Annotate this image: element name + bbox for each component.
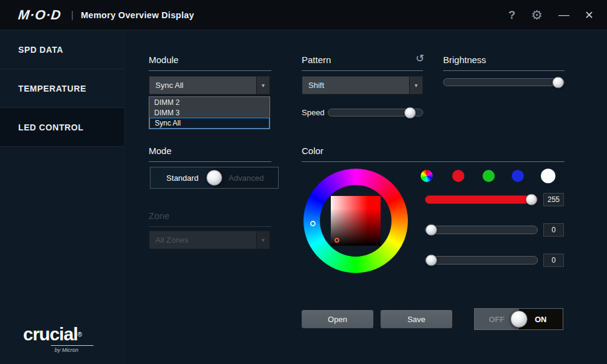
blue-channel-value: 0 xyxy=(543,254,564,267)
module-select[interactable]: Sync All ▾ xyxy=(149,76,270,95)
speed-slider[interactable] xyxy=(328,109,423,116)
minimize-button[interactable]: — xyxy=(558,8,569,21)
green-channel-thumb[interactable] xyxy=(426,224,437,236)
sidebar-item-label: TEMPERATURE xyxy=(18,84,86,93)
red-channel-value: 255 xyxy=(543,193,564,206)
window-controls: ? ⚙ — ✕ xyxy=(508,8,594,22)
pattern-section-label: Pattern ↺ xyxy=(302,55,423,71)
speed-label: Speed xyxy=(302,108,325,117)
dropdown-option-dimm3[interactable]: DIMM 3 xyxy=(149,107,270,118)
sidebar: SPD DATA TEMPERATURE LED CONTROL crucial… xyxy=(0,30,124,364)
brightness-slider[interactable] xyxy=(443,78,565,86)
titlebar-separator: | xyxy=(71,10,73,21)
settings-gear-icon[interactable]: ⚙ xyxy=(531,8,543,22)
blue-channel-thumb[interactable] xyxy=(426,255,437,266)
brightness-slider-thumb[interactable] xyxy=(552,76,564,88)
mode-option-advanced[interactable]: Advanced xyxy=(214,167,278,188)
sidebar-item-temperature[interactable]: TEMPERATURE xyxy=(0,69,124,108)
red-channel-slider[interactable] xyxy=(425,195,538,204)
module-select-value: Sync All xyxy=(149,81,183,90)
mode-option-standard[interactable]: Standard xyxy=(151,167,214,188)
sidebar-item-led-control[interactable]: LED CONTROL xyxy=(0,108,124,147)
sidebar-item-label: SPD DATA xyxy=(18,45,63,55)
preset-red[interactable] xyxy=(452,170,464,182)
app-logo: M·O·D xyxy=(18,7,63,23)
preset-green[interactable] xyxy=(483,170,495,182)
power-toggle-knob[interactable] xyxy=(510,311,527,328)
open-button[interactable]: Open xyxy=(302,310,373,328)
chevron-down-icon[interactable]: ▾ xyxy=(256,76,270,94)
green-channel-value: 0 xyxy=(543,223,564,237)
crucial-logo: crucial® by Micron xyxy=(23,324,93,353)
red-channel-thumb[interactable] xyxy=(526,194,537,206)
preset-blue[interactable] xyxy=(512,170,524,182)
mode-toggle[interactable]: Standard Advanced xyxy=(150,167,279,189)
hue-selector-dot[interactable] xyxy=(310,221,316,226)
zone-select: All Zones ▾ xyxy=(149,231,270,249)
sidebar-item-label: LED CONTROL xyxy=(18,123,84,132)
zone-select-value: All Zones xyxy=(149,235,188,244)
sidebar-item-spd-data[interactable]: SPD DATA xyxy=(0,30,124,69)
dropdown-option-dimm2[interactable]: DIMM 2 xyxy=(149,97,270,107)
sv-selector-dot[interactable] xyxy=(334,238,339,243)
chevron-down-icon: ▾ xyxy=(256,231,270,249)
brightness-section-label: Brightness xyxy=(443,55,565,71)
pattern-reset-history-icon[interactable]: ↺ xyxy=(416,52,424,65)
speed-slider-thumb[interactable] xyxy=(404,107,416,118)
dropdown-option-sync-all[interactable]: Sync All xyxy=(149,118,270,129)
preset-white[interactable] xyxy=(541,169,555,183)
preset-multicolor[interactable] xyxy=(421,170,433,182)
pattern-select-value: Shift xyxy=(302,81,324,90)
help-button[interactable]: ? xyxy=(508,8,515,22)
close-button[interactable]: ✕ xyxy=(585,8,594,22)
zone-section-label: Zone xyxy=(149,211,271,227)
led-control-panel: Module Sync All ▾ DIMM 2 DIMM 3 Sync All… xyxy=(124,30,607,364)
chevron-down-icon[interactable]: ▾ xyxy=(409,76,422,94)
module-section-label: Module xyxy=(149,55,271,71)
color-wheel-hue-ring[interactable] xyxy=(304,169,408,273)
color-section-label: Color xyxy=(302,146,565,162)
mode-toggle-knob[interactable] xyxy=(206,170,222,186)
pattern-select[interactable]: Shift ▾ xyxy=(302,76,423,95)
save-button[interactable]: Save xyxy=(381,310,452,328)
registered-mark: ® xyxy=(78,331,82,338)
blue-channel-slider[interactable] xyxy=(425,256,538,265)
module-dropdown-list: DIMM 2 DIMM 3 Sync All xyxy=(149,96,270,129)
titlebar: M·O·D | Memory Overview Display ? ⚙ — ✕ xyxy=(0,0,607,30)
power-toggle[interactable]: OFF ON xyxy=(474,308,563,330)
brand-name: crucial xyxy=(23,324,78,344)
app-title: Memory Overview Display xyxy=(81,10,194,20)
brand-underline xyxy=(51,345,93,346)
green-channel-slider[interactable] xyxy=(425,226,538,234)
mode-section-label: Mode xyxy=(149,146,271,162)
brand-tagline: by Micron xyxy=(55,347,93,353)
